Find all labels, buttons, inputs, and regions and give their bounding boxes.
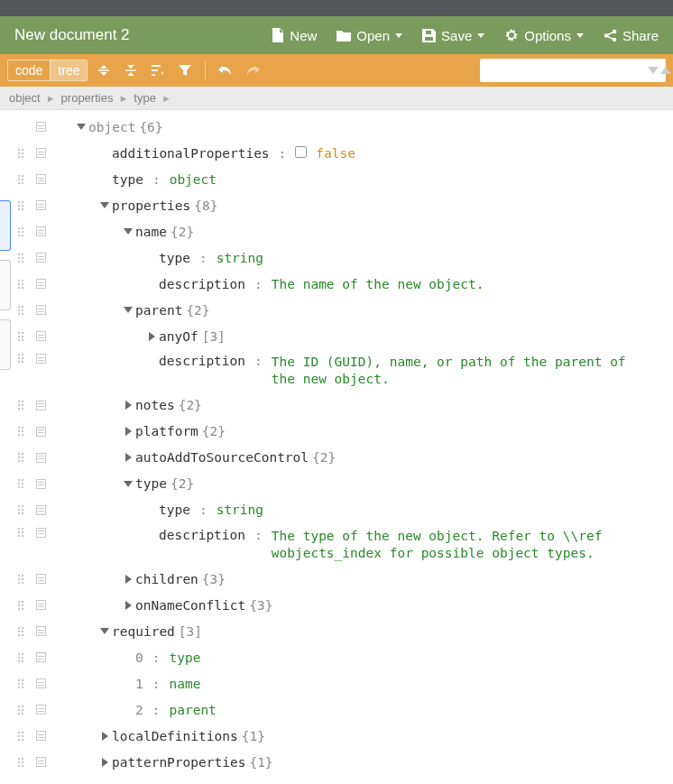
tree-row[interactable]: platform {2} xyxy=(11,419,673,445)
menu-save[interactable]: Save xyxy=(422,28,484,43)
drag-handle[interactable] xyxy=(11,354,31,363)
drag-handle[interactable] xyxy=(11,679,31,688)
expand-caret[interactable] xyxy=(74,124,88,130)
menu-share[interactable]: Share xyxy=(604,28,659,43)
tree-row[interactable]: 1 : name xyxy=(11,670,673,696)
context-menu-button[interactable] xyxy=(31,354,51,364)
tree-row[interactable]: onNameConflict {3} xyxy=(11,592,673,618)
drag-handle[interactable] xyxy=(11,149,31,158)
search-input[interactable] xyxy=(491,64,642,78)
drag-handle[interactable] xyxy=(11,401,31,410)
expand-caret[interactable] xyxy=(121,427,135,436)
drag-handle[interactable] xyxy=(11,601,31,610)
expand-caret[interactable] xyxy=(97,758,112,767)
context-menu-button[interactable] xyxy=(31,148,51,158)
node-value[interactable]: string xyxy=(217,503,263,517)
tree-row[interactable]: parent {2} xyxy=(11,297,673,323)
drag-handle[interactable] xyxy=(11,175,31,184)
node-key[interactable]: localDefinitions xyxy=(112,729,238,743)
tree-row[interactable]: 2 : parent xyxy=(11,696,673,723)
tree-row[interactable]: description : The name of the new object… xyxy=(11,271,673,297)
breadcrumb-part[interactable]: object xyxy=(9,91,41,105)
node-value[interactable]: The ID (GUID), name, or path of the pare… xyxy=(272,354,632,388)
context-menu-button[interactable] xyxy=(31,652,51,662)
expand-caret[interactable] xyxy=(144,332,159,341)
drag-handle[interactable] xyxy=(11,627,31,636)
tree-row[interactable]: autoAddToSourceControl {2} xyxy=(11,445,673,471)
expand-caret[interactable] xyxy=(121,401,135,410)
node-value[interactable]: string xyxy=(217,251,263,265)
tree-row[interactable]: notes {2} xyxy=(11,392,673,419)
tree-row[interactable]: required [3] xyxy=(11,618,673,644)
node-key[interactable]: properties xyxy=(112,198,190,213)
tree-row[interactable]: description : The ID (GUID), name, or pa… xyxy=(11,349,673,392)
mode-code-button[interactable]: code xyxy=(8,60,50,80)
expand-caret[interactable] xyxy=(121,307,135,313)
tree-row[interactable]: anyOf [3] xyxy=(11,323,673,349)
drag-handle[interactable] xyxy=(11,254,31,263)
drag-handle[interactable] xyxy=(11,427,31,436)
drag-handle[interactable] xyxy=(11,653,31,662)
context-menu-button[interactable] xyxy=(31,253,51,263)
context-menu-button[interactable] xyxy=(31,505,51,515)
context-menu-button[interactable] xyxy=(31,174,51,184)
search-nav-arrows[interactable] xyxy=(648,67,671,74)
tree-row[interactable]: 0 : type xyxy=(11,644,673,670)
context-menu-button[interactable] xyxy=(31,427,51,437)
node-key[interactable]: required xyxy=(112,624,175,639)
tree-row-root[interactable]: object {6} xyxy=(11,114,673,140)
context-menu-button[interactable] xyxy=(31,279,51,289)
side-tab[interactable] xyxy=(0,200,11,251)
expand-caret[interactable] xyxy=(97,628,112,634)
drag-handle[interactable] xyxy=(11,528,31,537)
breadcrumb-part[interactable]: properties xyxy=(61,91,114,105)
node-value[interactable]: The name of the new object. xyxy=(272,277,484,291)
node-value[interactable]: The type of the new object. Refer to \\r… xyxy=(272,528,632,562)
node-key[interactable]: onNameConflict xyxy=(135,598,245,613)
expand-caret[interactable] xyxy=(121,453,135,462)
tree-row[interactable]: type : object xyxy=(11,166,673,192)
context-menu-button[interactable] xyxy=(31,305,51,315)
tree-row[interactable]: properties {8} xyxy=(11,192,673,218)
tree-row[interactable]: patternProperties {1} xyxy=(11,749,673,775)
context-menu-button[interactable] xyxy=(31,678,51,688)
node-key[interactable]: description xyxy=(159,354,245,368)
node-key[interactable]: description xyxy=(159,277,245,291)
menu-options[interactable]: Options xyxy=(504,28,584,43)
context-menu-button[interactable] xyxy=(31,731,51,741)
drag-handle[interactable] xyxy=(11,453,31,462)
context-menu-button[interactable] xyxy=(31,528,51,538)
tree-row[interactable]: additionalProperties : false xyxy=(11,140,673,166)
tree-row[interactable]: type : string xyxy=(11,244,673,271)
expand-caret[interactable] xyxy=(121,575,135,584)
tree-row[interactable]: name {2} xyxy=(11,218,673,244)
context-menu-button[interactable] xyxy=(31,479,51,489)
node-key[interactable]: anyOf xyxy=(159,329,198,344)
node-key[interactable]: notes xyxy=(135,398,175,412)
context-menu-button[interactable] xyxy=(31,574,51,584)
node-key[interactable]: patternProperties xyxy=(112,755,245,770)
undo-button[interactable] xyxy=(215,60,236,81)
node-value[interactable]: type xyxy=(169,650,200,665)
redo-button[interactable] xyxy=(242,60,263,81)
search-box[interactable] xyxy=(480,59,666,82)
drag-handle[interactable] xyxy=(11,227,31,236)
tree-row[interactable]: type {2} xyxy=(11,471,673,497)
drag-handle[interactable] xyxy=(11,758,31,767)
expand-caret[interactable] xyxy=(121,601,135,610)
context-menu-button[interactable] xyxy=(31,757,51,767)
expand-all-button[interactable] xyxy=(93,60,115,81)
tree-row[interactable]: localDefinitions {1} xyxy=(11,723,673,749)
boolean-checkbox[interactable] xyxy=(295,146,307,158)
node-value[interactable]: object xyxy=(170,172,217,187)
node-key[interactable]: name xyxy=(135,225,167,239)
collapse-all-button[interactable] xyxy=(120,60,142,81)
node-key[interactable]: platform xyxy=(135,424,198,438)
context-menu-button[interactable] xyxy=(31,122,51,132)
node-value[interactable]: name xyxy=(169,677,200,691)
context-menu-button[interactable] xyxy=(31,626,51,636)
tree-row[interactable]: type : string xyxy=(11,497,673,523)
context-menu-button[interactable] xyxy=(31,200,51,210)
expand-caret[interactable] xyxy=(97,202,112,208)
drag-handle[interactable] xyxy=(11,505,31,514)
